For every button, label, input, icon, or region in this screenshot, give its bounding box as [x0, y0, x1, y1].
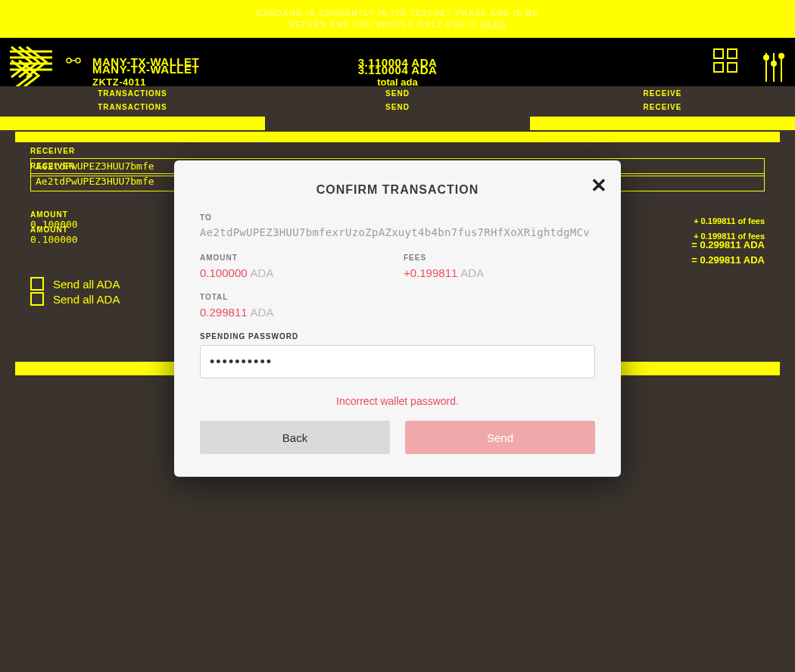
receiver-label: RECEIVER: [30, 147, 765, 155]
modal-title: CONFIRM TRANSACTION: [200, 183, 595, 197]
wallet-balance-dup: 3.110004 ADA: [358, 64, 438, 76]
send-all-checkbox[interactable]: Send all ADA: [30, 277, 120, 291]
fee-note: + 0.199811 of fees: [694, 216, 765, 226]
wallet-name-dup: MANY-TX-WALLET: [92, 63, 199, 76]
total-note: = 0.299811 ADA: [691, 239, 765, 250]
svg-rect-9: [714, 63, 723, 72]
modal-amount-label: AMOUNT: [200, 254, 391, 262]
tab-underline-right: [530, 117, 795, 130]
testnet-banner: CARDANO IS CURRENTLY IN ITS TESTNET PHAS…: [0, 0, 795, 38]
send-all-checkbox-dup: Send all ADA: [30, 292, 120, 306]
spending-password-label: SPENDING PASSWORD: [200, 332, 595, 341]
error-message: Incorrect wallet password.: [200, 395, 595, 407]
banner-link[interactable]: READ: [480, 20, 506, 29]
tab-receive[interactable]: RECEIVE: [530, 86, 795, 101]
send-panel: RECEIVER Ae2tdPwUPEZ3HUU7bmfe RECEIVER A…: [0, 132, 795, 162]
modal-total-value: 0.299811ADA: [200, 306, 595, 319]
back-button[interactable]: Back: [200, 421, 390, 454]
to-label: TO: [200, 213, 595, 222]
banner-line2: RETURN AND YOU SHOULD ONLY USE IT READ: [288, 20, 507, 29]
tab-send[interactable]: SEND: [265, 86, 530, 101]
svg-rect-10: [728, 63, 737, 72]
tab-transactions-dup: TRANSACTIONS: [0, 100, 265, 115]
tab-send-dup: SEND: [265, 100, 530, 115]
tab-receive-dup: RECEIVE: [530, 100, 795, 115]
banner-line1: CARDANO IS CURRENTLY IN ITS TESTNET PHAS…: [257, 9, 539, 17]
close-icon[interactable]: ✕: [591, 176, 607, 195]
to-address: Ae2tdPwUPEZ3HUU7bmfexrUzoZpAZxuyt4b4bn7f…: [200, 226, 595, 238]
total-note-dup: = 0.299811 ADA: [691, 254, 765, 266]
tab-underline-left: [0, 117, 265, 130]
modal-fees-value: +0.199811ADA: [404, 266, 595, 279]
send-button[interactable]: Send: [405, 421, 595, 454]
wallet-header: MANY-TX-WALLET 3.110004 ADA: [0, 38, 795, 86]
tab-bar: TRANSACTIONS SEND RECEIVE TRANSACTIONS S…: [0, 86, 795, 117]
send-all-label: Send all ADA: [53, 278, 120, 291]
tab-transactions[interactable]: TRANSACTIONS: [0, 86, 265, 101]
modal-amount-value: 0.100000ADA: [200, 266, 391, 279]
spending-password-input[interactable]: [200, 345, 595, 378]
modal-fees-label: FEES: [404, 254, 595, 262]
modal-total-label: TOTAL: [200, 293, 595, 301]
confirm-transaction-modal: CONFIRM TRANSACTION ✕ TO Ae2tdPwUPEZ3HUU…: [174, 160, 621, 477]
checkbox-icon[interactable]: [30, 277, 44, 291]
